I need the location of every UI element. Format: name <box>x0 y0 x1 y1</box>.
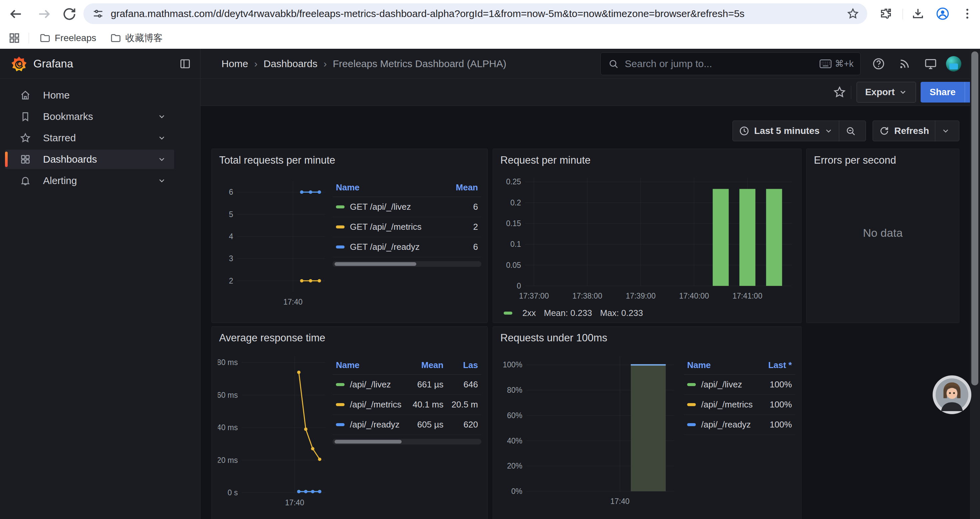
legend: NameMeanLas/api/_/livez661 µs646/api/_/m… <box>332 347 481 515</box>
svg-text:0: 0 <box>517 281 521 290</box>
legend-series-name[interactable]: /api/_/readyz <box>684 415 762 435</box>
panel-title: Errors per second <box>814 154 953 166</box>
legend-scrollbar[interactable] <box>332 439 481 444</box>
legend-scrollbar[interactable] <box>332 261 481 267</box>
legend-series-name[interactable]: GET /api/_/readyz <box>332 237 446 257</box>
legend-column-header[interactable]: Mean <box>446 180 481 197</box>
sidebar-item-home[interactable]: Home <box>5 86 174 105</box>
sidebar-item-bookmarks[interactable]: Bookmarks <box>5 107 174 126</box>
forward-icon[interactable] <box>37 7 51 21</box>
panel-errors-per-second[interactable]: Errors per second No data <box>806 149 959 323</box>
svg-text:40 ms: 40 ms <box>218 423 238 432</box>
series-swatch <box>504 311 512 315</box>
site-settings-icon[interactable] <box>92 8 104 20</box>
svg-text:0.05: 0.05 <box>506 261 521 270</box>
svg-text:17:40: 17:40 <box>285 498 305 507</box>
grafana-app: Grafana Home › Dashboards › Freeleaps Me… <box>0 49 980 519</box>
sidebar-item-starred[interactable]: Starred <box>5 128 174 148</box>
legend-row: /api/_/metrics100% <box>684 395 795 415</box>
export-button[interactable]: Export <box>857 82 916 102</box>
refresh-button[interactable]: Refresh <box>873 121 935 141</box>
sidebar-item-label: Starred <box>43 132 158 144</box>
timeseries-chart: 2345617:40 <box>218 169 328 316</box>
legend-series-name[interactable]: /api/_/livez <box>684 375 762 395</box>
panel-avg-response-time[interactable]: Average response time 0 s20 ms40 ms60 ms… <box>212 326 488 519</box>
bookmark-folder-freeleaps[interactable]: Freeleaps <box>39 31 96 45</box>
grafana-header: Grafana Home › Dashboards › Freeleaps Me… <box>0 49 980 79</box>
dashboard-toolbar: Export Share <box>200 79 980 106</box>
chevron-down-icon[interactable] <box>158 176 166 185</box>
legend-series-name[interactable]: /api/_/livez <box>332 375 407 395</box>
time-range-picker[interactable]: Last 5 minutes <box>733 121 839 141</box>
profile-icon[interactable] <box>936 7 949 21</box>
sidebar-item-label: Bookmarks <box>43 111 158 122</box>
clock-icon <box>739 126 749 136</box>
legend-row: GET /api/_/livez6 <box>332 197 481 217</box>
sidebar-item-dashboards[interactable]: Dashboards <box>5 150 174 169</box>
monitor-icon[interactable] <box>924 57 937 70</box>
refresh-interval-button[interactable] <box>935 121 956 141</box>
legend-column-header[interactable]: Last * <box>762 358 795 375</box>
legend-series-name[interactable]: /api/_/metrics <box>684 395 762 415</box>
series-swatch <box>336 246 345 249</box>
sidebar-item-label: Home <box>43 89 174 101</box>
url-text[interactable]: grafana.mathmast.com/d/deytv4rwavabkb/fr… <box>111 8 846 19</box>
scrollbar-thumb[interactable] <box>334 440 402 444</box>
scrollbar-thumb[interactable] <box>334 262 416 266</box>
help-icon[interactable] <box>872 57 885 70</box>
reload-icon[interactable] <box>62 7 77 21</box>
chevron-down-icon[interactable] <box>158 134 166 142</box>
user-avatar[interactable] <box>946 56 961 72</box>
legend-column-header[interactable]: Name <box>684 358 762 375</box>
search-input[interactable] <box>624 58 819 70</box>
panel-total-requests[interactable]: Total requests per minute 2345617:40 Nam… <box>212 149 488 323</box>
legend: NameMeanGET /api/_/livez6GET /api/_/metr… <box>332 169 481 316</box>
panel-requests-under-100ms[interactable]: Requests under 100ms 0%20%40%60%80%100%1… <box>493 326 802 519</box>
legend-column-header[interactable]: Las <box>447 358 481 375</box>
apps-grid-icon[interactable] <box>8 32 21 45</box>
panel-request-per-minute[interactable]: Request per minute 00.050.10.150.20.2517… <box>493 149 802 323</box>
sidebar-toggle-icon[interactable] <box>179 57 191 70</box>
series-swatch <box>336 205 345 208</box>
legend-table: NameMeanGET /api/_/livez6GET /api/_/metr… <box>332 180 481 257</box>
share-button[interactable]: Share <box>921 82 965 102</box>
legend-series-name[interactable]: /api/_/readyz <box>332 415 407 435</box>
zoom-out-icon <box>845 126 856 136</box>
legend-column-header[interactable]: Mean <box>407 358 447 375</box>
dashboard-canvas: Last 5 minutes Refresh Total requests p <box>200 106 980 519</box>
extensions-icon[interactable] <box>879 7 892 21</box>
bookmarks-divider <box>29 33 29 43</box>
legend-series-name[interactable]: /api/_/metrics <box>332 395 407 415</box>
breadcrumb-dashboards[interactable]: Dashboards <box>264 58 318 69</box>
grafana-logo[interactable] <box>11 56 27 72</box>
favorite-star-icon[interactable] <box>833 86 846 99</box>
page-scrollbar[interactable] <box>970 49 980 519</box>
zoom-out-button[interactable] <box>839 121 862 141</box>
legend-value: 20.5 m <box>447 395 481 415</box>
downloads-icon[interactable] <box>911 7 924 21</box>
folder-icon <box>39 32 51 44</box>
scrollbar-thumb[interactable] <box>971 51 978 385</box>
legend-item[interactable]: 2xx <box>504 308 536 318</box>
bookmark-page-star-icon[interactable] <box>846 7 859 20</box>
address-bar[interactable]: grafana.mathmast.com/d/deytv4rwavabkb/fr… <box>83 3 867 24</box>
series-swatch <box>687 423 696 426</box>
svg-text:4: 4 <box>229 232 233 241</box>
legend-series-name[interactable]: GET /api/_/livez <box>332 197 446 217</box>
sidebar-item-alerting[interactable]: Alerting <box>5 171 174 190</box>
time-range-group: Last 5 minutes <box>732 121 866 141</box>
chevron-down-icon[interactable] <box>158 112 166 121</box>
svg-text:0.2: 0.2 <box>510 198 521 207</box>
legend-column-header[interactable]: Name <box>332 180 446 197</box>
bookmark-folder-blogs[interactable]: 收藏博客 <box>110 31 163 45</box>
breadcrumb-home[interactable]: Home <box>221 58 248 69</box>
legend-row: /api/_/readyz100% <box>684 415 795 435</box>
chevron-down-icon[interactable] <box>158 155 166 164</box>
floating-avatar-widget[interactable] <box>932 375 971 414</box>
news-rss-icon[interactable] <box>898 57 911 70</box>
legend-column-header[interactable]: Name <box>332 358 407 375</box>
browser-menu-icon[interactable] <box>961 7 974 21</box>
search-box[interactable]: ⌘+k <box>600 53 861 75</box>
legend-series-name[interactable]: GET /api/_/metrics <box>332 217 446 237</box>
back-icon[interactable] <box>9 7 23 21</box>
